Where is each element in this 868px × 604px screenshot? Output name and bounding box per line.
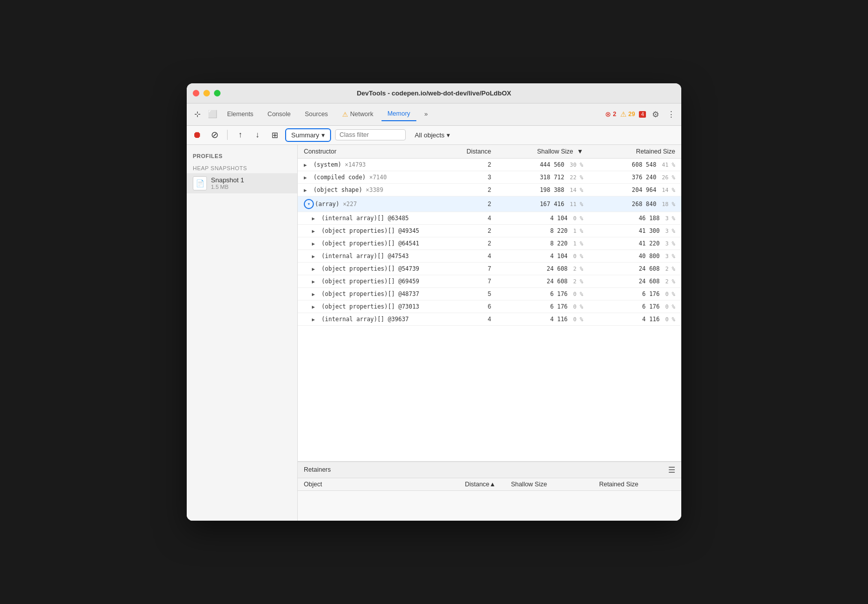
- cell-distance: 7: [459, 275, 497, 287]
- cell-constructor: ▶ (internal array)[] @39637: [298, 313, 459, 325]
- cell-retained-size: 376 240 26 %: [589, 171, 681, 183]
- toolbar-right: ⊗ 2 ⚠ 29 4 ⚙ ⋮: [605, 108, 677, 121]
- col-distance[interactable]: Distance: [459, 145, 497, 159]
- expand-arrow-icon[interactable]: ▶: [312, 304, 318, 310]
- cell-distance: 2: [459, 183, 497, 196]
- close-button[interactable]: [193, 90, 199, 96]
- cell-shallow-size: 167 416 11 %: [497, 196, 589, 212]
- record-button[interactable]: ⏺: [191, 128, 204, 141]
- cell-retained-size: 46 188 3 %: [589, 212, 681, 224]
- heap-table-container[interactable]: Constructor Distance Shallow Size ▼ Reta…: [298, 145, 681, 461]
- warn-triangle-icon: ⚠: [342, 111, 348, 118]
- minimize-button[interactable]: [203, 90, 210, 96]
- cell-retained-size: 24 608 2 %: [589, 275, 681, 287]
- cell-retained-size: 204 964 14 %: [589, 183, 681, 196]
- cell-shallow-size: 444 560 30 %: [497, 158, 589, 171]
- table-row[interactable]: ▶ (object properties)[] @4934528 220 1 %…: [298, 224, 681, 237]
- divider: [227, 130, 228, 140]
- retainers-col-object[interactable]: Object: [298, 478, 459, 491]
- retainers-col-shallow[interactable]: Shallow Size: [505, 478, 593, 491]
- expand-arrow-icon[interactable]: ▶: [312, 266, 318, 272]
- device-icon[interactable]: ⬜: [206, 108, 219, 121]
- download-button[interactable]: ↓: [251, 128, 264, 141]
- cell-constructor: ▶ (internal array)[] @47543: [298, 249, 459, 262]
- table-row[interactable]: ▶ (internal array)[] @3963744 116 0 %4 1…: [298, 313, 681, 325]
- subtoolbar: ⏺ ⊘ ↑ ↓ ⊞ Summary ▾ All objects ▾: [187, 126, 681, 145]
- chevron-down-icon: ▾: [321, 131, 325, 139]
- snapshot-info: Snapshot 1 1.5 MB: [211, 176, 244, 190]
- expand-arrow-icon[interactable]: ▶: [312, 216, 318, 221]
- expand-arrow-icon[interactable]: ▶: [312, 241, 318, 246]
- cell-distance: 4: [459, 249, 497, 262]
- table-row[interactable]: ▶ (compiled code) ×71403318 712 22 %376 …: [298, 171, 681, 183]
- expand-arrow-icon[interactable]: ▶: [312, 279, 318, 284]
- col-shallow-size[interactable]: Shallow Size ▼: [497, 145, 589, 159]
- table-header-row: Constructor Distance Shallow Size ▼ Reta…: [298, 145, 681, 159]
- inspector-icon[interactable]: ⊹: [191, 108, 204, 121]
- clear-button[interactable]: ⊘: [208, 128, 221, 141]
- table-row[interactable]: ▶ (object properties)[] @54739724 608 2 …: [298, 262, 681, 275]
- snapshot-item[interactable]: 📄 Snapshot 1 1.5 MB: [187, 173, 297, 193]
- expand-arrow-icon[interactable]: ▶: [304, 175, 310, 180]
- sidebar: Profiles HEAP SNAPSHOTS 📄 Snapshot 1 1.5…: [187, 145, 298, 521]
- cell-distance: 4: [459, 313, 497, 325]
- tab-more[interactable]: »: [418, 108, 434, 121]
- maximize-button[interactable]: [214, 90, 221, 96]
- table-row[interactable]: ▶ (object properties)[] @69459724 608 2 …: [298, 275, 681, 287]
- retainers-table: Object Distance▲ Shallow Size Retained S…: [298, 478, 681, 521]
- cell-distance: 3: [459, 171, 497, 183]
- expand-arrow-icon[interactable]: ▶: [312, 291, 318, 297]
- cell-shallow-size: 6 176 0 %: [497, 287, 589, 300]
- retainers-empty-row: [298, 490, 681, 521]
- cell-distance: 5: [459, 287, 497, 300]
- cleanup-button[interactable]: ⊞: [268, 128, 281, 141]
- expand-arrow-icon[interactable]: ▶: [312, 228, 318, 234]
- tab-console[interactable]: Console: [261, 108, 297, 121]
- table-row[interactable]: ▶ (object properties)[] @4873756 176 0 %…: [298, 287, 681, 300]
- retainers-col-distance[interactable]: Distance▲: [459, 478, 505, 491]
- cell-shallow-size: 8 220 1 %: [497, 224, 589, 237]
- tab-memory[interactable]: Memory: [382, 107, 416, 121]
- expand-arrow-icon[interactable]: ▶: [304, 162, 310, 168]
- upload-button[interactable]: ↑: [234, 128, 247, 141]
- cell-distance: 4: [459, 212, 497, 224]
- retainers-menu-icon[interactable]: ☰: [668, 465, 675, 475]
- expand-arrow-circle[interactable]: ▾: [304, 199, 314, 209]
- tab-network[interactable]: ⚠ Network: [336, 108, 379, 121]
- retainers-title: Retainers: [304, 466, 331, 473]
- tab-elements[interactable]: Elements: [221, 108, 259, 121]
- cell-retained-size: 40 800 3 %: [589, 249, 681, 262]
- expand-arrow-icon[interactable]: ▶: [312, 317, 318, 322]
- more-options-icon[interactable]: ⋮: [665, 108, 677, 121]
- cell-constructor: ▶ (object properties)[] @54739: [298, 262, 459, 275]
- retainers-col-retained[interactable]: Retained Size: [593, 478, 681, 491]
- snapshot-icon: 📄: [193, 176, 207, 190]
- table-row[interactable]: ▶ (object properties)[] @6454128 220 1 %…: [298, 237, 681, 249]
- expand-arrow-icon[interactable]: ▶: [304, 187, 310, 193]
- cell-retained-size: 268 840 18 %: [589, 196, 681, 212]
- table-row[interactable]: ▶ (object properties)[] @7301366 176 0 %…: [298, 300, 681, 313]
- cell-shallow-size: 4 116 0 %: [497, 313, 589, 325]
- tab-sources[interactable]: Sources: [299, 108, 334, 121]
- table-row[interactable]: ▶ (system) ×147932444 560 30 %608 548 41…: [298, 158, 681, 171]
- settings-icon[interactable]: ⚙: [650, 108, 661, 121]
- all-objects-dropdown[interactable]: All objects ▾: [410, 129, 455, 141]
- table-row[interactable]: ▶ (internal array)[] @4754344 104 0 %40 …: [298, 249, 681, 262]
- cell-retained-size: 608 548 41 %: [589, 158, 681, 171]
- table-row[interactable]: ▶ (internal array)[] @6348544 104 0 %46 …: [298, 212, 681, 224]
- col-retained-size[interactable]: Retained Size: [589, 145, 681, 159]
- table-row[interactable]: ▾(array) ×2272167 416 11 %268 840 18 %: [298, 196, 681, 212]
- cell-shallow-size: 198 388 14 %: [497, 183, 589, 196]
- table-row[interactable]: ▶ (object shape) ×33892198 388 14 %204 9…: [298, 183, 681, 196]
- expand-arrow-icon[interactable]: ▶: [312, 254, 318, 259]
- main-content: Profiles HEAP SNAPSHOTS 📄 Snapshot 1 1.5…: [187, 145, 681, 521]
- profiles-title: Profiles: [187, 151, 297, 163]
- cell-shallow-size: 6 176 0 %: [497, 300, 589, 313]
- summary-dropdown[interactable]: Summary ▾: [285, 128, 331, 142]
- cell-retained-size: 24 608 2 %: [589, 262, 681, 275]
- cell-constructor: ▾(array) ×227: [298, 196, 459, 212]
- retainers-panel: Retainers ☰ Object Distance▲ Shallow Siz…: [298, 461, 681, 521]
- col-constructor[interactable]: Constructor: [298, 145, 459, 159]
- class-filter-input[interactable]: [335, 129, 406, 140]
- snapshot-size: 1.5 MB: [211, 184, 244, 190]
